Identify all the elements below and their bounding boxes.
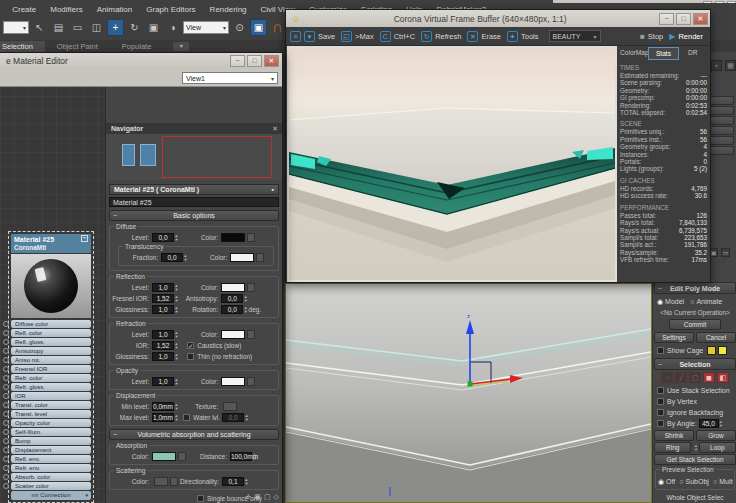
spinner-arrows[interactable]: ▴▾ bbox=[720, 420, 722, 427]
spinner-field[interactable]: 1,0▴▾ bbox=[152, 283, 177, 292]
material-slot[interactable]: Refl. color bbox=[11, 329, 91, 337]
material-slot[interactable]: Displacement bbox=[11, 446, 91, 454]
spinner-field[interactable]: 0,0mm▴▾ bbox=[152, 402, 177, 411]
border-icon[interactable]: ▢ bbox=[689, 372, 701, 383]
ribbon-tab-populate[interactable]: Populate bbox=[110, 41, 164, 52]
options-icon[interactable]: ▪ bbox=[272, 185, 274, 195]
single-bounce-checkbox[interactable] bbox=[197, 495, 204, 502]
selection-filter-dropdown[interactable]: ▾ bbox=[3, 21, 29, 34]
vfb-tab-colormap[interactable]: ColorMap bbox=[620, 47, 648, 60]
settings-button[interactable]: Settings bbox=[654, 332, 694, 343]
select-move-icon[interactable]: + bbox=[107, 19, 124, 36]
viewport-canvas[interactable]: z bbox=[286, 284, 651, 502]
vfb-refresh-button[interactable]: Refresh bbox=[435, 32, 461, 41]
edge-icon[interactable]: ╱ bbox=[675, 372, 687, 383]
spinner-field[interactable]: 1,0▴▾ bbox=[152, 352, 177, 361]
cage-color-swatch[interactable] bbox=[707, 346, 716, 355]
spinner-field[interactable]: 0,0▴▾ bbox=[161, 253, 186, 262]
vfb-tools-button[interactable]: Tools bbox=[521, 32, 539, 41]
minimize-icon[interactable]: − bbox=[230, 55, 245, 67]
collapse-node-icon[interactable]: − bbox=[81, 235, 88, 242]
loop-button[interactable]: Loop bbox=[699, 442, 736, 453]
radio-subobj[interactable]: ○ bbox=[679, 478, 683, 485]
material-slot[interactable]: Refr. env. bbox=[11, 464, 91, 472]
zoom-icon[interactable]: ▣ bbox=[254, 493, 261, 501]
render-element-dropdown[interactable]: BEAUTY ▾ bbox=[549, 30, 601, 42]
spinner-field[interactable]: 0,0▴▾ bbox=[152, 233, 177, 242]
pan-icon[interactable]: ✛ bbox=[245, 493, 251, 501]
spinner-arrows[interactable]: ▴▾ bbox=[175, 414, 177, 421]
spinner-arrows[interactable]: ▴▾ bbox=[253, 453, 255, 460]
shrink-button[interactable]: Shrink bbox=[654, 430, 694, 441]
vfb-erase-button[interactable]: Erase bbox=[481, 32, 501, 41]
material-slot[interactable]: Fresnel IOR bbox=[11, 365, 91, 373]
map-slot-button[interactable] bbox=[247, 283, 255, 292]
by-angle-checkbox[interactable] bbox=[657, 420, 664, 427]
vertex-icon[interactable]: ∴ bbox=[661, 372, 673, 383]
map-slot-button[interactable] bbox=[178, 452, 186, 461]
map-slot-button[interactable] bbox=[256, 253, 264, 262]
menu-item[interactable]: Animation bbox=[90, 5, 140, 14]
render-button[interactable]: Render bbox=[678, 32, 703, 41]
material-slot[interactable]: Opacity color bbox=[11, 419, 91, 427]
color-swatch[interactable] bbox=[152, 452, 176, 461]
node-view[interactable]: Material #25− CoronaMtl Diffuse colorRef… bbox=[0, 87, 106, 503]
minimize-icon[interactable]: − bbox=[659, 13, 674, 25]
map-slot-button[interactable] bbox=[154, 477, 168, 486]
cancel-button[interactable]: Cancel bbox=[696, 332, 736, 343]
get-stack-selection-button[interactable]: Get Stack Selection bbox=[654, 454, 736, 465]
material-slot[interactable]: Refr. gloss. bbox=[11, 383, 91, 391]
material-slot[interactable]: Diffuse color bbox=[11, 320, 91, 328]
color-swatch[interactable] bbox=[221, 283, 245, 292]
grow-button[interactable]: Grow bbox=[696, 430, 736, 441]
gizmo-origin[interactable] bbox=[468, 382, 473, 387]
map-slot-button[interactable] bbox=[170, 477, 178, 486]
vfb-titlebar[interactable]: ☺ Corona Virtual Frame Buffer (640×480px… bbox=[286, 10, 710, 27]
by-angle-field[interactable]: 45,0 bbox=[699, 419, 719, 428]
rollout-basic-options[interactable]: −Basic options bbox=[109, 210, 279, 221]
navigator-header[interactable]: Navigator✕ bbox=[106, 123, 282, 134]
checkbox[interactable] bbox=[657, 409, 664, 416]
map-slot-button[interactable] bbox=[247, 233, 255, 242]
spinner-field[interactable]: 1,0▴▾ bbox=[152, 305, 177, 314]
color-swatch[interactable] bbox=[221, 377, 245, 386]
element-icon[interactable]: ◧ bbox=[717, 372, 729, 383]
remove-modifier-icon[interactable]: ▭ bbox=[721, 248, 730, 257]
material-preview[interactable] bbox=[11, 254, 91, 318]
rendered-image[interactable] bbox=[287, 46, 617, 282]
map-slot-button[interactable] bbox=[247, 330, 255, 339]
perspective-viewport[interactable]: z bbox=[285, 283, 652, 503]
select-object-icon[interactable]: ↖ bbox=[31, 19, 48, 36]
rollout-edit-poly-mode[interactable]: −Edit Poly Mode bbox=[654, 282, 736, 294]
material-slot[interactable]: Bump bbox=[11, 437, 91, 445]
reference-coordinate-dropdown[interactable]: View▾ bbox=[183, 21, 229, 34]
close-icon[interactable]: ✕ bbox=[272, 123, 278, 134]
ribbon-tab-object-paint[interactable]: Object Paint bbox=[45, 41, 110, 52]
spinner-field[interactable]: 1,0▴▾ bbox=[152, 377, 177, 386]
show-cage-checkbox[interactable] bbox=[657, 347, 664, 354]
snaps-toggle-icon[interactable]: ▣ bbox=[250, 19, 267, 36]
close-icon[interactable]: ✕ bbox=[264, 55, 279, 67]
pivot-center-icon[interactable]: ⊙ bbox=[231, 19, 248, 36]
material-slot[interactable]: Absorb. color bbox=[11, 473, 91, 481]
spinner-field[interactable]: 0,1▴▾ bbox=[222, 477, 247, 486]
window-crossing-icon[interactable]: ◫ bbox=[88, 19, 105, 36]
ribbon-tab-selection[interactable]: Selection bbox=[0, 41, 45, 52]
material-slot[interactable]: Transl. color bbox=[11, 401, 91, 409]
spinner-arrows[interactable]: ▴▾ bbox=[175, 342, 177, 349]
menu-item[interactable]: Create bbox=[5, 5, 43, 14]
zoom-region-icon[interactable]: ◇ bbox=[274, 493, 279, 501]
spinner-field[interactable]: 1,52▴▾ bbox=[152, 294, 177, 303]
material-slot[interactable]: Refl. env. bbox=[11, 455, 91, 463]
rollout-volumetric[interactable]: −Volumetric absorption and scattering bbox=[109, 429, 279, 440]
vfb-tab-stats[interactable]: Stats bbox=[648, 47, 678, 60]
select-scale-icon[interactable]: ▣ bbox=[145, 19, 162, 36]
menu-item[interactable]: Modifiers bbox=[43, 5, 89, 14]
menu-item[interactable]: Rendering bbox=[203, 5, 254, 14]
checkbox[interactable] bbox=[657, 387, 664, 394]
spinner-field[interactable]: 0,0▴▾ bbox=[221, 305, 246, 314]
texture-slot-button[interactable] bbox=[223, 402, 237, 411]
color-swatch[interactable] bbox=[221, 233, 245, 242]
sme-titlebar[interactable]: e Material Editor − □ ✕ bbox=[0, 53, 282, 69]
material-node-header[interactable]: Material #25− CoronaMtl bbox=[11, 234, 91, 253]
